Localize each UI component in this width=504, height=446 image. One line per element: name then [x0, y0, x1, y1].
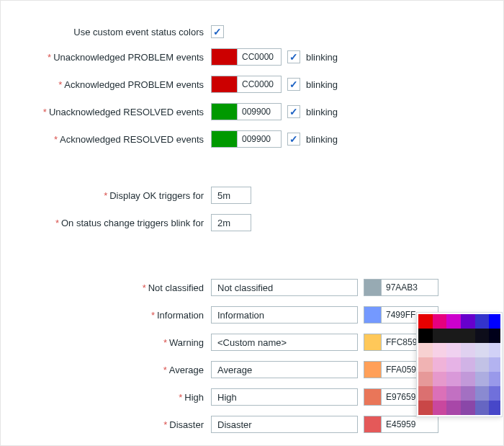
- row-severity-5: *DisasterDisasterE45959: [1, 416, 503, 433]
- palette-cell[interactable]: [446, 343, 461, 357]
- label-blink-for: On status change triggers blink for: [61, 218, 204, 228]
- row-severity-0: *Not classifiedNot classified97AAB3: [1, 279, 503, 296]
- palette-cell[interactable]: [489, 329, 500, 343]
- severity-color-swatch[interactable]: [364, 334, 381, 351]
- severity-color-swatch[interactable]: [364, 361, 381, 378]
- palette-cell[interactable]: [461, 329, 475, 343]
- event-label: Unacknowledged RESOLVED events: [49, 107, 204, 117]
- palette-cell[interactable]: [433, 314, 447, 329]
- color-code-input[interactable]: CC0000: [237, 76, 282, 93]
- severity-name-input[interactable]: Not classified: [211, 279, 358, 296]
- palette-cell[interactable]: [461, 357, 475, 372]
- palette-cell[interactable]: [475, 329, 490, 343]
- row-ack-problem: *Acknowledged PROBLEM eventsCC0000blinki…: [1, 76, 503, 93]
- color-swatch[interactable]: [211, 76, 237, 93]
- palette-row: [418, 401, 500, 415]
- color-swatch[interactable]: [211, 48, 237, 66]
- severity-color-code-input[interactable]: E45959: [381, 416, 438, 433]
- color-code-input[interactable]: CC0000: [237, 48, 282, 66]
- palette-cell[interactable]: [475, 357, 490, 372]
- severity-label: Not classified: [148, 282, 204, 293]
- palette-row: [418, 329, 500, 343]
- required-marker: *: [179, 392, 182, 403]
- color-swatch[interactable]: [211, 130, 237, 148]
- checkbox-use-custom[interactable]: [211, 25, 224, 38]
- severity-color-swatch[interactable]: [364, 279, 381, 296]
- palette-cell[interactable]: [418, 343, 433, 357]
- palette-cell[interactable]: [489, 401, 500, 415]
- label-blinking: blinking: [306, 107, 338, 117]
- palette-cell[interactable]: [418, 372, 433, 386]
- input-blink-for[interactable]: 2m: [211, 214, 251, 231]
- row-use-custom: Use custom event status colors: [1, 25, 503, 38]
- palette-cell[interactable]: [475, 314, 490, 329]
- palette-cell[interactable]: [475, 386, 490, 401]
- row-display-ok: *Display OK triggers for 5m: [1, 187, 503, 204]
- palette-cell[interactable]: [433, 329, 447, 343]
- palette-row: [418, 386, 500, 401]
- palette-cell[interactable]: [433, 357, 447, 372]
- severity-name-input[interactable]: High: [211, 388, 358, 406]
- severity-name-input[interactable]: Average: [211, 361, 358, 378]
- palette-cell[interactable]: [446, 386, 461, 401]
- palette-cell[interactable]: [446, 372, 461, 386]
- checkbox-blinking[interactable]: [287, 105, 300, 118]
- settings-form: Use custom event status colors *Unacknow…: [0, 0, 504, 446]
- required-marker: *: [163, 419, 167, 430]
- color-code-input[interactable]: 009900: [237, 103, 282, 120]
- palette-cell[interactable]: [433, 372, 447, 386]
- palette-cell[interactable]: [418, 314, 433, 329]
- palette-cell[interactable]: [475, 343, 490, 357]
- label-use-custom: Use custom event status colors: [1, 27, 211, 37]
- severity-name-input[interactable]: <Custom name>: [211, 334, 358, 351]
- palette-cell[interactable]: [418, 401, 433, 415]
- palette-cell[interactable]: [461, 314, 475, 329]
- palette-cell[interactable]: [489, 357, 500, 372]
- severity-name-input[interactable]: Information: [211, 306, 358, 324]
- checkbox-blinking[interactable]: [287, 78, 300, 91]
- palette-cell[interactable]: [461, 401, 475, 415]
- severity-color-swatch[interactable]: [364, 306, 381, 324]
- color-code-input[interactable]: 009900: [237, 130, 282, 148]
- palette-cell[interactable]: [461, 343, 475, 357]
- color-palette-popup: [416, 312, 503, 417]
- required-marker: *: [163, 337, 167, 348]
- palette-cell[interactable]: [446, 314, 461, 329]
- checkbox-blinking[interactable]: [287, 50, 300, 63]
- palette-cell[interactable]: [489, 343, 500, 357]
- palette-cell[interactable]: [418, 357, 433, 372]
- severity-name-input[interactable]: Disaster: [211, 416, 358, 433]
- palette-cell[interactable]: [489, 386, 500, 401]
- color-swatch[interactable]: [211, 103, 237, 120]
- required-marker: *: [58, 79, 62, 90]
- severity-color-swatch[interactable]: [364, 416, 381, 433]
- palette-cell[interactable]: [475, 401, 490, 415]
- palette-cell[interactable]: [446, 401, 461, 415]
- event-label: Acknowledged PROBLEM events: [64, 79, 204, 90]
- severity-label: Disaster: [169, 419, 204, 430]
- palette-cell[interactable]: [461, 386, 475, 401]
- checkbox-blinking[interactable]: [287, 133, 300, 146]
- severity-color-code-input[interactable]: 97AAB3: [381, 279, 438, 296]
- row-unack-resolved: *Unacknowledged RESOLVED events009900bli…: [1, 103, 503, 120]
- severity-label: Average: [169, 365, 204, 375]
- palette-row: [418, 357, 500, 372]
- event-label: Acknowledged RESOLVED events: [60, 134, 204, 145]
- row-unack-problem: *Unacknowledged PROBLEM eventsCC0000blin…: [1, 48, 503, 66]
- input-display-ok[interactable]: 5m: [211, 187, 251, 204]
- palette-cell[interactable]: [446, 329, 461, 343]
- required-marker: *: [163, 365, 167, 375]
- palette-cell[interactable]: [489, 314, 500, 329]
- palette-cell[interactable]: [433, 401, 447, 415]
- palette-cell[interactable]: [475, 372, 490, 386]
- palette-cell[interactable]: [461, 372, 475, 386]
- palette-row: [418, 343, 500, 357]
- palette-cell[interactable]: [433, 343, 447, 357]
- palette-cell[interactable]: [446, 357, 461, 372]
- palette-cell[interactable]: [418, 386, 433, 401]
- palette-cell[interactable]: [489, 372, 500, 386]
- palette-row: [418, 372, 500, 386]
- palette-cell[interactable]: [418, 329, 433, 343]
- severity-color-swatch[interactable]: [364, 388, 381, 406]
- palette-cell[interactable]: [433, 386, 447, 401]
